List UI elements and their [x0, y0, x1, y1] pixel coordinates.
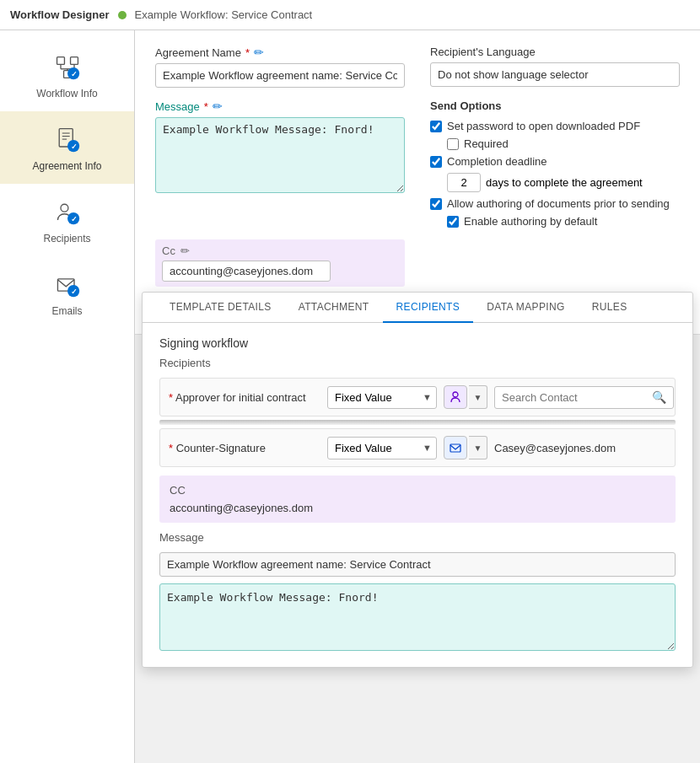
message-label: Message* ✏	[155, 99, 405, 113]
cc-panel-value: accounting@caseyjones.dom	[170, 502, 665, 514]
message-col: Message* ✏	[155, 99, 405, 193]
approver-search-wrapper: 🔍	[494, 386, 666, 409]
counter-signature-email-icon-btn[interactable]	[444, 436, 467, 459]
message-name-input[interactable]	[159, 552, 676, 577]
sidebar-label-workflow-info: Workflow Info	[36, 88, 97, 99]
approver-person-icon-btn[interactable]	[444, 385, 467, 409]
recipients-subtitle: Recipients	[159, 357, 676, 369]
workflow-info-icon: ✓	[51, 51, 84, 84]
svg-rect-1	[70, 57, 78, 65]
checkbox-authoring-default-label: Enable authoring by default	[464, 215, 597, 228]
approver-icon-dropdown[interactable]: ▼	[469, 385, 487, 409]
approver-search-button[interactable]: 🔍	[652, 390, 666, 404]
approver-label: * Approver for initial contract	[169, 391, 320, 404]
checkbox-authoring-label: Allow authoring of documents prior to se…	[447, 197, 670, 210]
checkbox-deadline-label: Completion deadline	[447, 155, 547, 168]
recipient-row-approver: * Approver for initial contract Fixed Va…	[159, 378, 676, 416]
checkbox-deadline-row: Completion deadline	[430, 155, 680, 168]
svg-text:✓: ✓	[70, 142, 77, 151]
counter-signature-value: Casey@caseyjones.dom	[494, 442, 666, 454]
tab-attachment[interactable]: ATTACHMENT	[285, 293, 383, 323]
title-bar: Workflow Designer Example Workflow: Serv…	[0, 0, 700, 30]
svg-text:✓: ✓	[70, 70, 77, 78]
status-dot	[118, 11, 127, 19]
emails-icon: ✓	[51, 268, 84, 302]
message-section-title: Message	[159, 531, 676, 544]
deadline-text: days to complete the agreement	[486, 176, 643, 189]
checkbox-authoring-default[interactable]	[447, 216, 459, 228]
checkbox-required-label: Required	[464, 137, 509, 150]
counter-signature-select-wrapper: Fixed Value ▼	[327, 437, 437, 459]
cc-section: Cc ✏	[155, 239, 405, 287]
agreement-name-col: Agreement Name* ✏	[155, 46, 405, 88]
deadline-row: 2 days to complete the agreement	[447, 173, 680, 192]
agreement-name-label: Agreement Name* ✏	[155, 46, 405, 59]
cc-edit-icon[interactable]: ✏	[180, 244, 190, 257]
approver-dropdown[interactable]: Fixed Value	[327, 386, 437, 409]
cc-panel-section: CC accounting@caseyjones.dom	[159, 476, 676, 523]
approver-select-wrapper: Fixed Value ▼	[327, 386, 437, 409]
agreement-name-input[interactable]	[155, 63, 405, 88]
workflow-name: Example Workflow: Service Contract	[135, 8, 313, 21]
checkbox-password[interactable]	[430, 121, 442, 132]
agreement-info-icon: ✓	[51, 123, 84, 157]
deadline-input[interactable]: 2	[447, 173, 481, 192]
svg-point-15	[61, 204, 68, 212]
sidebar-label-recipients: Recipients	[43, 233, 90, 244]
tab-recipients[interactable]: RECIPIENTS	[383, 293, 474, 323]
shadow-row	[159, 420, 676, 425]
message-edit-icon[interactable]: ✏	[213, 99, 223, 113]
content-area: Agreement Name* ✏ Recipient's Language M	[135, 30, 700, 763]
tab-data-mapping[interactable]: DATA MAPPING	[473, 293, 579, 323]
recipient-row-counter-signature: * Counter-Signature Fixed Value ▼	[159, 428, 676, 467]
sidebar-item-workflow-info[interactable]: ✓ Workflow Info	[0, 39, 134, 111]
message-body-textarea[interactable]	[159, 583, 676, 651]
bottom-panel: TEMPLATE DETAILS ATTACHMENT RECIPIENTS D…	[142, 292, 693, 668]
svg-rect-22	[450, 444, 460, 452]
counter-signature-label: * Counter-Signature	[169, 442, 320, 454]
cc-label: Cc ✏	[162, 244, 398, 257]
checkbox-authoring-default-row: Enable authoring by default	[447, 215, 680, 228]
agreement-name-edit-icon[interactable]: ✏	[254, 46, 264, 59]
sidebar: ✓ Workflow Info ✓ Agreement Info	[0, 30, 135, 763]
message-section: Message	[159, 531, 676, 653]
tab-rules[interactable]: RULES	[579, 293, 641, 323]
recipients-language-input[interactable]	[430, 62, 680, 87]
checkbox-authoring[interactable]	[430, 198, 442, 210]
cc-input[interactable]	[162, 261, 331, 282]
checkbox-deadline[interactable]	[430, 156, 442, 168]
svg-text:✓: ✓	[70, 287, 77, 296]
checkbox-required-row: Required	[447, 137, 680, 150]
panel-content: Signing workflow Recipients * Approver f…	[143, 323, 692, 667]
app-title: Workflow Designer	[10, 8, 110, 21]
send-options-title: Send Options	[430, 99, 680, 112]
top-panel: Agreement Name* ✏ Recipient's Language M	[135, 30, 700, 335]
message-row: Message* ✏ Send Options Set password to …	[155, 99, 680, 228]
cc-panel-label: CC	[170, 484, 665, 497]
counter-signature-icon-group: ▼	[444, 436, 487, 459]
signing-workflow-title: Signing workflow	[159, 336, 676, 350]
recipients-language-col: Recipient's Language	[430, 46, 680, 87]
tabs-bar: TEMPLATE DETAILS ATTACHMENT RECIPIENTS D…	[143, 293, 692, 323]
sidebar-item-recipients[interactable]: ✓ Recipients	[0, 184, 134, 256]
svg-point-21	[453, 392, 458, 397]
approver-icon-group: ▼	[444, 385, 487, 409]
sidebar-item-agreement-info[interactable]: ✓ Agreement Info	[0, 111, 134, 184]
svg-rect-0	[57, 57, 64, 65]
recipients-container: * Approver for initial contract Fixed Va…	[159, 378, 676, 467]
checkbox-authoring-row: Allow authoring of documents prior to se…	[430, 197, 680, 210]
counter-signature-icon-dropdown[interactable]: ▼	[469, 436, 487, 459]
checkbox-required[interactable]	[447, 138, 459, 150]
agreement-row: Agreement Name* ✏ Recipient's Language	[155, 46, 680, 88]
checkbox-password-row: Set password to open downloaded PDF	[430, 120, 680, 132]
send-options: Set password to open downloaded PDF Requ…	[430, 120, 680, 228]
message-textarea[interactable]	[155, 117, 405, 193]
sidebar-item-emails[interactable]: ✓ Emails	[0, 256, 134, 329]
recipients-icon: ✓	[51, 196, 84, 229]
counter-signature-dropdown[interactable]: Fixed Value	[327, 437, 437, 459]
main-layout: ✓ Workflow Info ✓ Agreement Info	[0, 30, 700, 763]
approver-search-input[interactable]	[494, 386, 674, 409]
tab-template-details[interactable]: TEMPLATE DETAILS	[156, 293, 285, 323]
svg-text:✓: ✓	[70, 215, 77, 223]
sidebar-label-emails: Emails	[51, 305, 82, 317]
